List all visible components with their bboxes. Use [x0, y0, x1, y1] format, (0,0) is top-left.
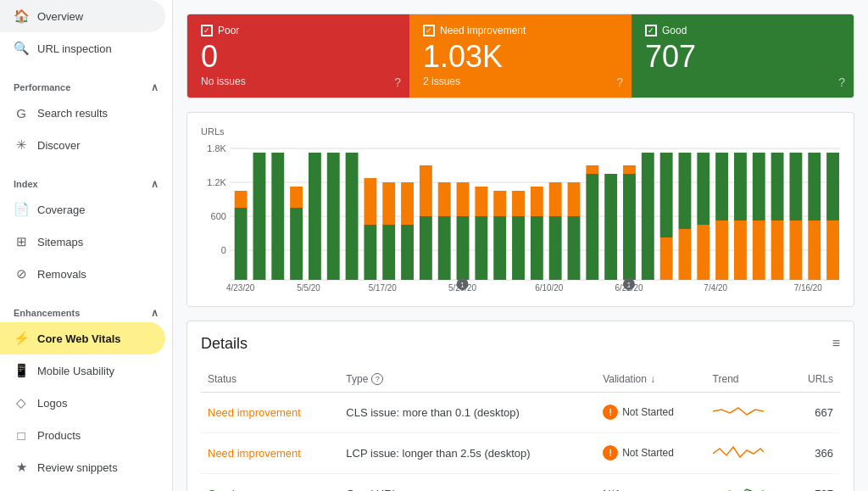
sidebar-discover-label: Discover [37, 139, 81, 152]
svg-rect-32 [475, 216, 487, 280]
sidebar-item-overview[interactable]: 🏠 Overview [0, 0, 165, 32]
svg-rect-37 [512, 191, 525, 216]
details-title: Details [201, 335, 248, 353]
sidebar-products-label: Products [37, 429, 81, 442]
svg-rect-25 [420, 165, 432, 216]
home-icon: 🏠 [14, 8, 29, 24]
cell-trend [706, 392, 790, 432]
cell-type: CLS issue: more than 0.1 (desktop) [339, 392, 596, 432]
sidebar-item-search-results[interactable]: G Search results [0, 97, 165, 129]
svg-rect-41 [549, 182, 562, 216]
svg-rect-38 [531, 216, 543, 280]
svg-rect-21 [382, 182, 395, 225]
svg-rect-51 [642, 153, 654, 280]
svg-rect-43 [568, 182, 581, 216]
col-trend: Trend [706, 366, 790, 393]
validation-text: Not Started [622, 447, 674, 459]
svg-rect-54 [679, 153, 692, 229]
svg-rect-26 [438, 216, 451, 280]
svg-rect-55 [679, 229, 692, 280]
type-help-icon[interactable]: ? [371, 373, 383, 385]
sidebar-item-coverage[interactable]: 📄 Coverage [0, 193, 165, 226]
svg-rect-64 [771, 153, 784, 220]
cell-status: Good [201, 473, 339, 491]
sidebar-item-products[interactable]: □ Products [0, 419, 165, 451]
svg-text:7/16/20: 7/16/20 [794, 283, 823, 293]
cell-validation: ! Not Started [596, 392, 705, 432]
status-link[interactable]: Good [208, 488, 235, 491]
details-header: Details ≡ [201, 335, 840, 353]
svg-rect-52 [660, 153, 673, 237]
sidebar-item-url-inspection[interactable]: 🔍 URL inspection [0, 32, 165, 64]
cell-type: LCP issue: longer than 2.5s (desktop) [339, 432, 596, 473]
sitemaps-icon: ⊞ [14, 234, 29, 249]
svg-text:6/22/20: 6/22/20 [615, 283, 643, 293]
svg-rect-48 [623, 165, 636, 174]
sidebar-item-core-web-vitals[interactable]: ⚡ Core Web Vitals [0, 322, 165, 354]
sidebar-removals-label: Removals [37, 268, 86, 281]
validation-badge: ! Not Started [603, 445, 674, 460]
main-content: ✓ Poor 0 No issues ? ✓ Need improvement … [173, 0, 868, 491]
poor-card: ✓ Poor 0 No issues ? [187, 14, 409, 98]
svg-text:7/4/20: 7/4/20 [704, 283, 727, 293]
table-head: Status Type ? Validation ↓ [201, 366, 840, 393]
svg-rect-59 [715, 220, 728, 280]
improvement-value: 1.03K [423, 40, 618, 74]
filter-icon[interactable]: ≡ [832, 336, 840, 351]
removals-icon: ⊘ [14, 266, 29, 282]
status-link[interactable]: Need improvement [208, 447, 301, 460]
svg-rect-40 [549, 216, 562, 280]
col-type: Type ? [339, 366, 596, 393]
svg-rect-15 [309, 153, 321, 280]
sidebar-logos-label: Logos [37, 397, 67, 410]
validation-sort-icon[interactable]: ↓ [650, 373, 655, 385]
sidebar-item-removals[interactable]: ⊘ Removals [0, 258, 165, 290]
svg-text:6/10/20: 6/10/20 [535, 283, 564, 293]
col-urls: URLs [789, 366, 840, 393]
performance-chevron: ∧ [151, 81, 159, 93]
svg-rect-63 [753, 220, 765, 280]
cell-trend [706, 432, 790, 473]
svg-rect-11 [253, 153, 266, 280]
details-table: Status Type ? Validation ↓ [201, 366, 840, 491]
sidebar-review-snippets-label: Review snippets [37, 461, 118, 474]
chart-container: URLs 1.8K 1.2K 600 0 [186, 112, 854, 307]
sidebar-item-review-snippets[interactable]: ★ Review snippets [0, 451, 165, 483]
improvement-help-icon[interactable]: ? [616, 75, 623, 89]
svg-rect-35 [493, 191, 506, 216]
discover-icon: ✳ [14, 137, 29, 153]
sidebar-mobile-usability-label: Mobile Usability [37, 365, 114, 377]
svg-rect-17 [346, 153, 359, 280]
good-value: 707 [645, 40, 840, 74]
chart-y-label: URLs [201, 126, 840, 137]
svg-rect-58 [715, 153, 728, 220]
chart-area: 1.8K 1.2K 600 0 [201, 140, 840, 293]
sidebar-item-sitelinks-searchbox[interactable]: ⊡ Sitelinks searchbox [0, 483, 165, 491]
status-link[interactable]: Need improvement [208, 406, 301, 419]
sidebar-item-mobile-usability[interactable]: 📱 Mobile Usability [0, 354, 165, 387]
improvement-checkbox-icon: ✓ [423, 25, 435, 36]
review-icon: ★ [14, 460, 29, 475]
validation-badge: ! Not Started [603, 405, 674, 420]
good-help-icon[interactable]: ? [838, 75, 845, 89]
cell-status: Need improvement [201, 432, 339, 473]
poor-value: 0 [201, 40, 396, 74]
sidebar: 🏠 Overview 🔍 URL inspection Performance … [0, 0, 173, 491]
svg-rect-19 [364, 178, 376, 225]
poor-help-icon[interactable]: ? [394, 75, 401, 89]
search-icon: 🔍 [14, 41, 29, 56]
good-header: ✓ Good [645, 25, 840, 36]
svg-rect-69 [808, 220, 821, 280]
svg-rect-57 [697, 225, 709, 280]
sidebar-item-sitemaps[interactable]: ⊞ Sitemaps [0, 226, 165, 258]
sidebar-item-logos[interactable]: ◇ Logos [0, 387, 165, 419]
validation-icon: ! [603, 405, 618, 420]
table-header-row: Status Type ? Validation ↓ [201, 366, 840, 393]
svg-rect-33 [475, 187, 487, 216]
svg-text:600: 600 [211, 211, 226, 221]
sidebar-item-discover[interactable]: ✳ Discover [0, 129, 165, 161]
svg-rect-27 [438, 182, 451, 216]
improvement-header: ✓ Need improvement [423, 25, 618, 36]
svg-rect-16 [327, 153, 340, 280]
svg-rect-56 [697, 153, 709, 225]
